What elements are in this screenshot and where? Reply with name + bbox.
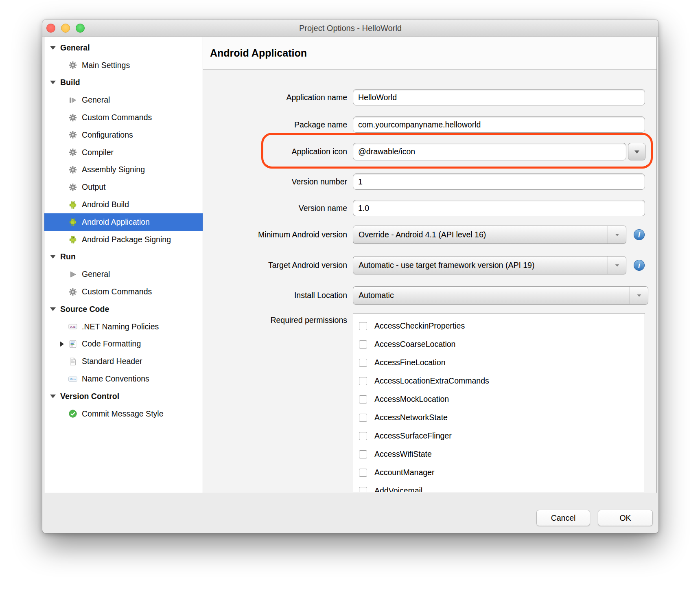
sidebar-item-label: Main Settings [82, 61, 130, 70]
sidebar-section-label: Build [60, 78, 80, 87]
permission-row[interactable]: AccessNetworkState [353, 408, 645, 427]
checkbox[interactable] [359, 432, 367, 440]
sidebar-item-main-settings[interactable]: Main Settings [44, 57, 203, 74]
sidebar-item-standard-header[interactable]: Standard Header [44, 353, 203, 370]
sidebar-section-run[interactable]: Run [44, 248, 203, 266]
package-name-input[interactable] [353, 116, 645, 133]
permission-row[interactable]: AccessFineLocation [353, 353, 645, 372]
permission-row[interactable]: AccountManager [353, 463, 645, 482]
permission-row[interactable]: AccessWifiState [353, 445, 645, 463]
sidebar-section-general[interactable]: General [44, 39, 203, 57]
application-icon-label: Application icon [203, 147, 347, 156]
permission-row[interactable]: AccessCheckinProperties [353, 317, 645, 335]
sidebar-item-compiler[interactable]: Compiler [44, 144, 203, 161]
checkbox[interactable] [359, 377, 367, 385]
version-name-label: Version name [203, 204, 347, 213]
sidebar-item-label: Android Build [82, 200, 129, 209]
checkbox[interactable] [359, 395, 367, 403]
application-icon-combo [353, 143, 645, 160]
application-name-input[interactable] [353, 89, 645, 105]
gear-icon [68, 183, 77, 192]
sidebar-item-android-build[interactable]: Android Build [44, 196, 203, 213]
checkbox[interactable] [359, 359, 367, 367]
disclosure-down-icon[interactable] [50, 395, 56, 398]
sidebar-item-label: Compiler [82, 148, 114, 157]
sidebar-section-build[interactable]: Build [44, 74, 203, 92]
chevron-down-icon [634, 150, 640, 154]
permission-label: AccessLocationExtraCommands [374, 376, 489, 386]
sidebar-item-commit-message-style[interactable]: Commit Message Style [44, 405, 203, 423]
android-robot-icon [68, 217, 77, 226]
sidebar-item-run-custom-commands[interactable]: Custom Commands [44, 283, 203, 300]
sidebar-item-assembly-signing[interactable]: Assembly Signing [44, 161, 203, 179]
permission-label: AccessWifiState [374, 449, 432, 459]
sidebar-item-label: Name Conventions [82, 374, 149, 384]
disclosure-down-icon[interactable] [50, 255, 56, 259]
application-name-label: Application name [203, 93, 347, 102]
play-icon [68, 270, 77, 279]
package-name-label: Package name [203, 120, 347, 129]
minimum-android-version-select[interactable]: Override - Android 4.1 (API level 16) [353, 226, 626, 244]
version-number-input[interactable] [353, 173, 645, 190]
sidebar-item-net-naming-policies[interactable]: .NET Naming Policies [44, 318, 203, 335]
permission-row[interactable]: AddVoicemail [353, 482, 645, 492]
sidebar-item-android-package-signing[interactable]: Android Package Signing [44, 231, 203, 248]
minimum-android-version-label: Minimum Android version [203, 230, 347, 239]
gear-icon [68, 148, 77, 157]
build-general-icon [68, 96, 77, 105]
select-value: Automatic - use target framework version… [353, 261, 534, 270]
disclosure-down-icon[interactable] [50, 307, 56, 311]
permission-row[interactable]: AccessSurfaceFlinger [353, 427, 645, 445]
dialog-footer: Cancel OK [42, 493, 658, 533]
permission-label: AccessCheckinProperties [374, 321, 465, 331]
checkbox[interactable] [359, 469, 367, 477]
permission-row[interactable]: AccessMockLocation [353, 390, 645, 408]
sidebar-section-version-control[interactable]: Version Control [44, 388, 203, 405]
sidebar-item-android-application-selected[interactable]: Android Application [44, 213, 203, 231]
sidebar-section-label: Run [60, 252, 76, 261]
gear-icon [68, 165, 77, 174]
required-permissions-list[interactable]: AccessCheckinProperties AccessCoarseLoca… [353, 313, 645, 492]
panel-body: Application name Package name Applicatio… [203, 70, 656, 493]
cancel-button[interactable]: Cancel [536, 510, 590, 526]
gear-icon [68, 61, 77, 70]
sidebar-item-name-conventions[interactable]: Name Conventions [44, 370, 203, 388]
code-formatting-icon [68, 340, 77, 349]
android-robot-icon [68, 200, 77, 209]
checkbox[interactable] [359, 322, 367, 330]
version-name-input[interactable] [353, 200, 645, 216]
application-icon-input[interactable] [353, 143, 626, 160]
sidebar-item-build-custom-commands[interactable]: Custom Commands [44, 109, 203, 126]
gear-icon [68, 113, 77, 122]
permission-label: AccessMockLocation [374, 395, 449, 404]
application-icon-dropdown-button[interactable] [628, 143, 645, 160]
zoom-button[interactable] [76, 24, 85, 33]
minimize-button[interactable] [61, 24, 70, 33]
sidebar-section-source-code[interactable]: Source Code [44, 300, 203, 318]
traffic-lights [46, 24, 85, 33]
checkbox[interactable] [359, 487, 367, 493]
gear-icon [68, 130, 77, 139]
sidebar-item-output[interactable]: Output [44, 178, 203, 196]
permission-row[interactable]: AccessCoarseLocation [353, 335, 645, 353]
checkbox[interactable] [359, 340, 367, 349]
checkbox[interactable] [359, 414, 367, 422]
sidebar-item-configurations[interactable]: Configurations [44, 126, 203, 144]
disclosure-down-icon[interactable] [50, 81, 56, 84]
sidebar-item-build-general[interactable]: General [44, 91, 203, 109]
disclosure-down-icon[interactable] [50, 46, 56, 50]
sidebar-item-code-formatting[interactable]: Code Formatting [44, 335, 203, 353]
info-icon[interactable] [633, 229, 645, 241]
ok-button[interactable]: OK [598, 510, 653, 526]
sidebar-item-label: Standard Header [82, 357, 142, 366]
install-location-select[interactable]: Automatic [353, 286, 648, 305]
sidebar-section-label: General [60, 43, 90, 53]
permission-row[interactable]: AccessLocationExtraCommands [353, 372, 645, 390]
target-android-version-select[interactable]: Automatic - use target framework version… [353, 256, 626, 274]
checkbox[interactable] [359, 450, 367, 458]
chevron-right-icon[interactable] [60, 341, 64, 347]
install-location-label: Install Location [203, 291, 347, 300]
sidebar-item-run-general[interactable]: General [44, 265, 203, 283]
info-icon[interactable] [633, 259, 645, 271]
close-button[interactable] [46, 24, 55, 33]
